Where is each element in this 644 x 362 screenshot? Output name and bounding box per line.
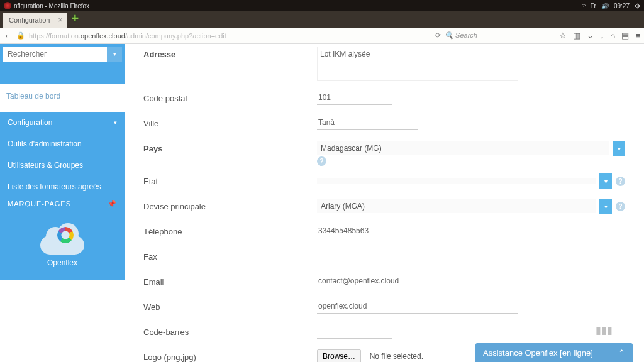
- gear-icon[interactable]: ⚙: [635, 3, 640, 9]
- search-field[interactable]: 🔍 Search: [445, 31, 555, 40]
- label-etat: Etat: [143, 173, 317, 186]
- url-bar: ← 🔒 https://formation.openflex.cloud/adm…: [0, 28, 644, 44]
- tab-label: Configuration: [9, 16, 50, 24]
- lock-icon: 🔒: [16, 31, 25, 40]
- star-icon[interactable]: ☆: [559, 31, 567, 40]
- url-field[interactable]: https://formation.openflex.cloud/admin/c…: [29, 32, 431, 40]
- new-tab-button[interactable]: +: [71, 11, 79, 26]
- input-ville[interactable]: [317, 116, 418, 130]
- tab-configuration[interactable]: Configuration ×: [3, 13, 67, 28]
- brand-label: Openflex: [0, 258, 125, 267]
- no-file-label: No file selected.: [370, 352, 423, 361]
- help-icon[interactable]: ?: [317, 156, 326, 166]
- pin-icon[interactable]: 📌: [108, 200, 117, 208]
- sidebar-item-tools[interactable]: Outils d'administration: [0, 133, 125, 155]
- sidebar-item-trainers[interactable]: Liste des formateurs agréés: [0, 176, 125, 197]
- sidebar-search-input[interactable]: [3, 47, 107, 62]
- input-web[interactable]: [317, 299, 518, 314]
- select-devise[interactable]: Ariary (MGA): [317, 199, 596, 213]
- os-logo-icon: [4, 2, 11, 9]
- chevron-down-icon[interactable]: ▾: [599, 173, 612, 189]
- input-adresse[interactable]: [317, 47, 518, 81]
- window-title: nfiguration - Mozilla Firefox: [14, 3, 89, 9]
- input-tel[interactable]: [317, 224, 392, 238]
- cloud-icon: [37, 223, 87, 255]
- main-form: Adresse Code postal Ville Pays Madagasca…: [125, 44, 644, 362]
- menu-icon[interactable]: ≡: [635, 31, 640, 40]
- label-pays: Pays: [143, 141, 317, 153]
- help-icon[interactable]: ?: [616, 177, 625, 186]
- label-fax: Fax: [143, 249, 317, 261]
- chevron-up-icon: ⌃: [618, 348, 625, 358]
- reload-icon[interactable]: ⟳: [435, 31, 441, 40]
- input-email[interactable]: [317, 274, 518, 288]
- close-icon[interactable]: ×: [58, 16, 62, 25]
- library-icon[interactable]: ▥: [573, 31, 580, 40]
- bookmark-openflex[interactable]: Openflex: [0, 217, 125, 280]
- label-barcode: Code-barres: [143, 324, 317, 337]
- bookmarks-label: MARQUE-PAGES: [8, 200, 71, 208]
- label-ville: Ville: [143, 116, 317, 128]
- help-icon[interactable]: ?: [616, 202, 625, 211]
- label-adresse: Adresse: [143, 47, 317, 59]
- sidebar-item-configuration[interactable]: Configuration▾: [0, 112, 125, 133]
- sidebar-search-button[interactable]: ▾: [107, 47, 122, 62]
- sidebar-item-dashboard[interactable]: Tableau de bord: [0, 84, 125, 108]
- chevron-down-icon[interactable]: ▾: [599, 199, 612, 214]
- label-logo: Logo (png,jpg): [143, 349, 317, 362]
- sidebar: ▾ Tableau de bord Configuration▾ Outils …: [0, 44, 125, 362]
- home-icon[interactable]: ⌂: [611, 31, 616, 40]
- chat-label: Assistance Openflex [en ligne]: [483, 348, 593, 358]
- label-tel: Téléphone: [143, 224, 317, 236]
- os-lang: Fr: [591, 3, 596, 9]
- back-button[interactable]: ←: [4, 31, 13, 41]
- os-top-bar: nfiguration - Mozilla Firefox ⌔ Fr 🔊 09:…: [0, 0, 644, 11]
- label-email: Email: [143, 274, 317, 287]
- download-icon[interactable]: ↓: [600, 31, 604, 40]
- select-etat[interactable]: [317, 178, 596, 184]
- chevron-down-icon: ▾: [113, 51, 116, 57]
- wifi-icon: ⌔: [582, 3, 586, 9]
- chat-widget[interactable]: Assistance Openflex [en ligne] ⌃: [475, 343, 633, 362]
- label-web: Web: [143, 299, 317, 312]
- chevron-down-icon[interactable]: ▾: [613, 141, 625, 156]
- pocket-icon[interactable]: ⌄: [587, 31, 594, 40]
- chevron-down-icon: ▾: [114, 119, 117, 126]
- barcode-icon: ▮▮▮: [596, 324, 613, 336]
- volume-icon: 🔊: [601, 3, 609, 9]
- sidebar-icon[interactable]: ▤: [621, 31, 629, 40]
- browser-tabs: Configuration × +: [0, 11, 644, 28]
- os-time: 09:27: [614, 3, 630, 9]
- label-code-postal: Code postal: [143, 90, 317, 103]
- label-devise: Devise principale: [143, 199, 317, 211]
- input-code-postal[interactable]: [317, 90, 392, 105]
- select-pays[interactable]: Madagascar (MG): [317, 141, 609, 155]
- os-tray: ⌔ Fr 🔊 09:27 ⚙: [582, 3, 640, 9]
- sidebar-item-users[interactable]: Utilisateurs & Groupes: [0, 155, 125, 176]
- input-fax[interactable]: [317, 249, 392, 263]
- browse-button[interactable]: Browse…: [317, 349, 361, 362]
- input-barcode[interactable]: [317, 324, 392, 339]
